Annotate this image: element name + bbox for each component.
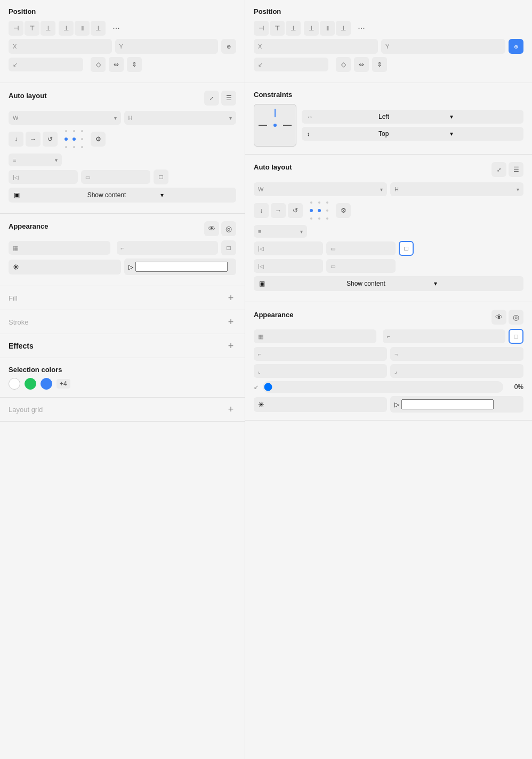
right-opacity-field[interactable]: ▦ 100% [254, 329, 376, 343]
right-spacing-input[interactable]: 15 [263, 228, 298, 235]
left-layout-grid-add-btn[interactable]: + [225, 404, 236, 415]
right-more-options-btn[interactable]: ··· [354, 21, 369, 36]
left-stroke-add-btn[interactable]: + [225, 317, 236, 327]
right-align-left-btn[interactable]: ⊣ [254, 21, 269, 36]
right-align-center-v-btn[interactable]: ⫴ [320, 21, 335, 36]
left-effects-add-btn[interactable]: + [225, 341, 236, 351]
right-pad-bl-field[interactable]: |◁ 0 [254, 259, 323, 273]
right-opacity-drop-btn[interactable]: ◎ [509, 310, 523, 325]
right-dir-down-btn[interactable]: ↓ [254, 203, 269, 218]
right-flip-icon[interactable]: ◇ [336, 57, 351, 72]
right-w-field[interactable]: W 370 ▾ [254, 182, 387, 196]
left-y-input[interactable]: 504 [125, 43, 214, 50]
right-pad-br-input[interactable]: 0 [337, 262, 391, 270]
color-count-badge[interactable]: +4 [57, 379, 70, 389]
right-advanced-layout-btn[interactable]: ⚙ [336, 203, 351, 218]
right-h-field[interactable]: H Hug ▾ [390, 182, 523, 196]
right-corner-br-input[interactable]: 0 [399, 367, 519, 375]
right-constraint-v-select[interactable]: ↕ Top ▾ [302, 127, 523, 141]
left-opacity-field[interactable]: ▦ 100% [9, 241, 110, 255]
right-pad-left-field[interactable]: |◁ 0 [254, 241, 323, 255]
left-h-input[interactable]: Hug [134, 114, 227, 122]
right-x-input[interactable]: 10 [264, 43, 374, 50]
right-blend-value-field[interactable]: ▷ 38.2% [390, 396, 523, 413]
left-auto-layout-toggle-btn[interactable]: ☰ [221, 91, 236, 106]
right-align-top-btn[interactable]: ⊥ [304, 21, 319, 36]
left-advanced-layout-btn[interactable]: ⚙ [91, 132, 106, 147]
left-pad-top-field[interactable]: ▭ 0 [81, 170, 150, 184]
left-visibility-btn[interactable]: 👁 [204, 221, 219, 236]
right-spacing-field[interactable]: ≡ 15 ▾ [254, 225, 307, 238]
right-constraint-h-select[interactable]: ↔ Left ▾ [302, 110, 523, 124]
left-pad-left-field[interactable]: |◁ 0 [9, 170, 78, 184]
right-corner-br-field[interactable]: ⌟ 0 [390, 364, 523, 378]
right-rotation-input[interactable]: 0° [265, 61, 324, 68]
left-mirror-v-btn[interactable]: ⇕ [127, 57, 142, 72]
left-dir-wrap-btn[interactable]: ↺ [43, 132, 58, 147]
align-left-btn[interactable]: ⊣ [9, 21, 23, 36]
right-corner-all-input[interactable]: 0 0 0 0 [392, 333, 501, 340]
align-top-btn[interactable]: ⊥ [59, 21, 74, 36]
right-dir-right-btn[interactable]: → [271, 203, 286, 218]
right-w-input[interactable]: 370 [265, 185, 378, 193]
right-pad-bl-input[interactable]: 0 [266, 262, 319, 270]
align-bottom-btn[interactable]: ⊥ [91, 21, 106, 36]
right-blend-input[interactable]: 38.2% [401, 399, 494, 409]
color-swatch-green[interactable] [25, 378, 36, 390]
right-auto-layout-toggle-btn[interactable]: ☰ [509, 162, 523, 177]
left-rotation-field[interactable]: ↙ 0° [9, 58, 83, 71]
align-center-v-btn[interactable]: ⫴ [75, 21, 90, 36]
right-slider-input[interactable] [264, 386, 502, 388]
left-dir-right-btn[interactable]: → [26, 132, 41, 147]
right-dir-wrap-btn[interactable]: ↺ [288, 203, 303, 218]
right-corner-bl-input[interactable]: 0 [262, 367, 383, 375]
right-y-field[interactable]: Y 504 [381, 39, 505, 54]
left-opacity-drop-btn[interactable]: ◎ [221, 221, 236, 236]
right-mirror-h-btn[interactable]: ⇔ [354, 57, 369, 72]
right-slider-container[interactable] [263, 381, 503, 393]
right-show-content-btn[interactable]: ▣ Show content ▾ [254, 276, 523, 291]
color-swatch-blue[interactable] [41, 378, 52, 390]
align-center-h-btn[interactable]: ⊤ [25, 21, 39, 36]
right-y-input[interactable]: 504 [391, 43, 501, 50]
right-clip-btn[interactable]: □ [399, 241, 414, 256]
left-clip-btn[interactable]: □ [154, 169, 168, 184]
right-pad-top-field[interactable]: ▭ 0 [326, 241, 396, 255]
left-x-input[interactable]: 10 [19, 43, 107, 50]
left-rotation-input[interactable]: 0° [20, 61, 79, 68]
align-right-btn[interactable]: ⊥ [41, 21, 55, 36]
right-auto-layout-collapse-btn[interactable]: ⤢ [491, 162, 506, 177]
left-clip-content-btn[interactable]: □ [221, 240, 236, 255]
color-swatch-white[interactable] [9, 378, 20, 390]
right-clip-content-btn[interactable]: □ [509, 329, 523, 344]
right-position-mode-btn[interactable]: ⊕ [509, 39, 523, 54]
left-pad-left-input[interactable]: 0 [21, 173, 74, 181]
right-corner-tl-input[interactable]: 0 [263, 350, 383, 358]
left-fill-add-btn[interactable]: + [225, 293, 236, 303]
right-align-right-btn[interactable]: ⊥ [286, 21, 301, 36]
right-pad-left-input[interactable]: 0 [266, 245, 319, 252]
right-opacity-input[interactable]: 100% [265, 333, 372, 340]
left-x-field[interactable]: X 10 [9, 39, 112, 54]
left-show-content-btn[interactable]: ▣ Show content ▾ [9, 188, 236, 203]
left-dir-down-btn[interactable]: ↓ [9, 132, 23, 147]
left-auto-layout-collapse-btn[interactable]: ⤢ [204, 91, 219, 106]
right-mirror-v-btn[interactable]: ⇕ [372, 57, 387, 72]
right-corner-tl-field[interactable]: ⌐ 0 [254, 347, 387, 361]
left-spacing-field[interactable]: ≡ 15 ▾ [9, 154, 62, 166]
right-corner-bl-field[interactable]: ⌞ 0 [254, 364, 387, 378]
left-mirror-h-btn[interactable]: ⇔ [109, 57, 124, 72]
right-x-field[interactable]: X 10 [254, 39, 378, 54]
left-blend-value-field[interactable]: ▷ 38.2% [124, 259, 237, 275]
left-radius-input[interactable]: 0 [126, 244, 214, 252]
right-visibility-btn[interactable]: 👁 [491, 310, 506, 325]
right-pad-br-field[interactable]: ▭ 0 [326, 259, 396, 273]
right-corner-tr-field[interactable]: ⌐ 0 [390, 347, 523, 361]
left-h-field[interactable]: H Hug ▾ [124, 111, 237, 125]
left-y-field[interactable]: Y 504 [115, 39, 219, 54]
left-radius-field[interactable]: ⌐ 0 [117, 241, 219, 255]
left-w-input[interactable]: 370 [20, 114, 111, 122]
right-pad-top-input[interactable]: 0 [337, 245, 391, 252]
right-align-bottom-btn[interactable]: ⊥ [336, 21, 351, 36]
right-corner-tr-input[interactable]: 0 [399, 350, 519, 358]
